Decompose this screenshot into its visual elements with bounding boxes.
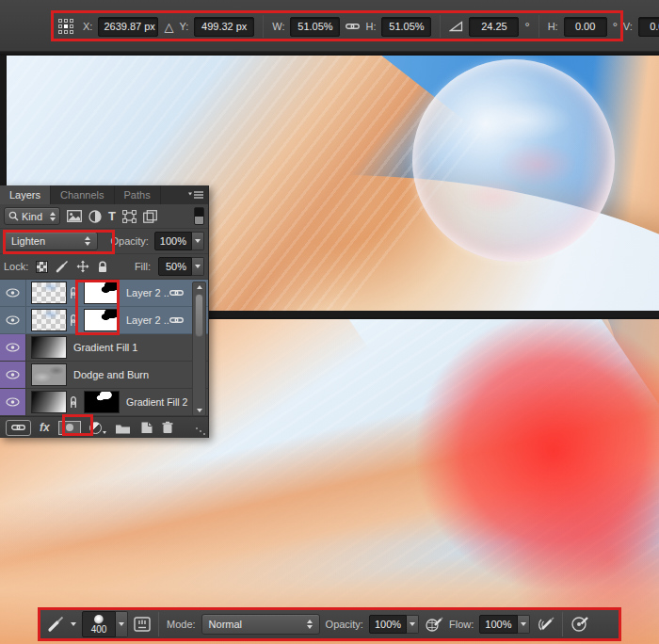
width-input[interactable]: 51.05% <box>290 17 340 37</box>
toggle-brush-panel-icon[interactable] <box>134 617 151 632</box>
panel-tabs: Layers Channels Paths <box>0 185 208 204</box>
layers-panel: Layers Channels Paths Kind T Lighten Opa… <box>0 185 209 438</box>
linked-layers-icon <box>169 316 184 324</box>
h-skew-input[interactable]: 0.00 <box>564 17 607 37</box>
v-skew-input[interactable]: 0.00 <box>638 17 659 37</box>
brush-preset-dropdown-arrow[interactable] <box>116 611 128 637</box>
width-label: W: <box>272 21 284 32</box>
visibility-toggle[interactable] <box>0 389 26 415</box>
layer-name[interactable]: Gradient Fill 1 <box>73 342 208 353</box>
blend-mode-dropdown[interactable]: Lighten <box>4 232 98 250</box>
add-adjustment-layer-button[interactable] <box>89 422 106 434</box>
lock-label: Lock: <box>4 261 28 272</box>
scroll-thumb[interactable] <box>195 294 203 337</box>
layer-thumbnail[interactable] <box>31 282 67 304</box>
link-dimensions-icon[interactable] <box>346 23 360 30</box>
panel-resize-grip[interactable] <box>195 427 206 436</box>
y-position-input[interactable]: 499.32 px <box>194 17 254 37</box>
dropdown-arrows-icon <box>307 620 313 629</box>
visibility-toggle[interactable] <box>0 280 26 306</box>
filter-adjustment-layers-icon[interactable] <box>88 210 102 223</box>
visibility-toggle[interactable] <box>0 334 26 361</box>
layer-row[interactable]: Layer 2 ... <box>0 307 208 334</box>
layers-list: Layer 2 ... Layer 2 ... Gradient Fill 1 … <box>0 280 208 416</box>
tool-preset-arrow-icon[interactable] <box>71 622 76 626</box>
reference-point-icon[interactable] <box>58 19 73 34</box>
layer-name[interactable]: Dodge and Burn <box>73 369 208 380</box>
opacity-value[interactable]: 100% <box>369 615 407 634</box>
flow-label: Flow: <box>449 619 474 630</box>
lock-row: Lock: Fill: 50% <box>0 254 208 280</box>
layer-thumbnail[interactable] <box>31 309 67 331</box>
layer-mask-thumbnail[interactable] <box>84 391 120 413</box>
layer-name[interactable]: Layer 2 ... <box>126 287 169 298</box>
delta-icon[interactable]: △ <box>164 20 173 34</box>
brush-preset-picker[interactable]: 400 <box>82 611 128 637</box>
layer-mask-thumbnail[interactable] <box>84 309 120 331</box>
scroll-up-arrow[interactable] <box>193 285 205 289</box>
fill-value[interactable]: 50% <box>158 257 192 276</box>
lock-all-icon[interactable] <box>97 261 108 273</box>
layer-style-button[interactable]: fx <box>40 421 50 434</box>
mode-value: Normal <box>209 619 242 630</box>
pressure-size-icon[interactable] <box>571 616 589 633</box>
fill-dropdown-arrow[interactable] <box>192 257 204 276</box>
tab-channels[interactable]: Channels <box>51 185 114 204</box>
height-input[interactable]: 51.05% <box>381 17 431 37</box>
link-layers-button[interactable] <box>6 420 31 436</box>
tab-layers[interactable]: Layers <box>0 185 51 204</box>
blend-mode-value: Lighten <box>11 235 45 247</box>
add-layer-mask-button[interactable] <box>58 421 81 435</box>
airbrush-icon[interactable] <box>536 617 555 633</box>
blend-mode-dropdown[interactable]: Normal <box>201 614 320 635</box>
opacity-value[interactable]: 100% <box>154 232 192 250</box>
tab-paths[interactable]: Paths <box>115 185 161 204</box>
mask-link-icon[interactable] <box>70 396 77 408</box>
layer-row[interactable]: Gradient Fill 1 <box>0 334 208 362</box>
opacity-dropdown-arrow[interactable] <box>192 232 204 250</box>
layer-filter-row: Kind T <box>0 204 208 229</box>
divider <box>538 15 539 38</box>
x-position-input[interactable]: 2639.87 px <box>98 17 158 37</box>
mask-link-icon[interactable] <box>70 314 77 326</box>
lock-paint-icon[interactable] <box>56 260 69 273</box>
layer-thumbnail[interactable] <box>31 363 67 386</box>
bubble-sphere <box>412 59 615 262</box>
flow-dropdown-arrow[interactable] <box>518 615 530 634</box>
brush-preset-preview[interactable]: 400 <box>82 611 116 637</box>
layer-name[interactable]: Layer 2 ... <box>126 314 169 326</box>
brush-tool-icon[interactable] <box>47 617 65 633</box>
layers-scrollbar[interactable] <box>192 282 206 416</box>
scroll-down-arrow[interactable] <box>193 409 205 412</box>
filter-pixel-layers-icon[interactable] <box>67 210 82 222</box>
new-group-button[interactable] <box>115 422 131 434</box>
new-layer-button[interactable] <box>139 421 153 434</box>
mask-link-icon[interactable] <box>70 287 77 298</box>
layer-row[interactable]: Gradient Fill 2 <box>0 389 208 416</box>
degree-symbol: ° <box>613 20 618 34</box>
layer-thumbnail[interactable] <box>31 391 67 413</box>
filtering-toggle-switch[interactable] <box>194 207 204 225</box>
flow-value[interactable]: 100% <box>479 615 517 634</box>
rotation-input[interactable]: 24.25 <box>469 17 519 37</box>
layer-row[interactable]: Dodge and Burn <box>0 362 208 389</box>
panel-menu-icon[interactable] <box>188 185 208 204</box>
linked-layers-icon <box>169 289 184 297</box>
visibility-toggle[interactable] <box>0 307 26 333</box>
lock-transparency-icon[interactable] <box>36 261 48 273</box>
visibility-toggle[interactable] <box>0 362 26 388</box>
opacity-control: 100% <box>154 232 204 250</box>
layer-row[interactable]: Layer 2 ... <box>0 280 208 307</box>
rotate-angle-icon[interactable] <box>449 21 463 32</box>
pressure-opacity-icon[interactable] <box>425 616 443 633</box>
filter-type-layers-icon[interactable]: T <box>108 209 116 223</box>
lock-position-icon[interactable] <box>76 260 89 273</box>
mode-label: Mode: <box>167 619 196 630</box>
filter-smart-objects-icon[interactable] <box>143 210 157 223</box>
filter-kind-dropdown[interactable]: Kind <box>4 207 60 225</box>
layer-mask-thumbnail[interactable] <box>84 282 120 304</box>
opacity-dropdown-arrow[interactable] <box>407 615 419 634</box>
layer-thumbnail[interactable] <box>31 336 67 359</box>
filter-shape-layers-icon[interactable] <box>122 210 137 223</box>
delete-layer-button[interactable] <box>161 421 174 434</box>
